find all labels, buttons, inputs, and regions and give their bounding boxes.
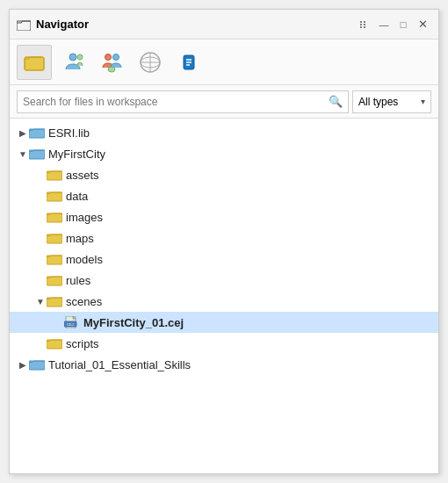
svg-point-1 <box>360 21 362 23</box>
folder-icon <box>29 148 45 160</box>
svg-point-6 <box>364 26 365 28</box>
tree-item-myfirstcity[interactable]: ▼ MyFirstCity <box>10 143 438 164</box>
cej-file-icon: CEJ <box>64 316 80 328</box>
toolbar-portal-group[interactable] <box>94 45 129 80</box>
item-label: MyFirstCity_01.cej <box>83 316 184 329</box>
tree-item-maps[interactable]: ▶ maps <box>10 227 438 249</box>
item-label: MyFirstCity <box>48 148 105 161</box>
chevron-icon: ▼ <box>34 297 47 306</box>
tree-item-scripts[interactable]: ▶ scripts <box>10 333 438 354</box>
folder-icon <box>29 358 45 371</box>
svg-point-11 <box>105 54 112 60</box>
tree-item-tutorial01[interactable]: ▶ Tutorial_01_Essential_Skills <box>10 354 438 375</box>
toolbar-online-service[interactable] <box>171 45 206 80</box>
item-label: rules <box>66 274 90 287</box>
svg-point-2 <box>360 24 362 25</box>
item-label: Tutorial_01_Essential_Skills <box>48 358 191 371</box>
tree-item-scenes[interactable]: ▼ scenes <box>10 291 438 312</box>
svg-point-9 <box>69 54 76 61</box>
toolbar-local-folder[interactable] <box>17 45 52 80</box>
svg-point-5 <box>364 24 365 25</box>
item-label: assets <box>66 169 99 182</box>
tree-item-myfirstcity-cej[interactable]: ▶ CEJ MyFirstCity_01.cej <box>10 312 438 333</box>
file-tree: ▶ ESRI.lib ▼ MyFirstCity ▶ assets ▶ <box>10 119 438 473</box>
item-label: data <box>66 190 88 203</box>
folder-icon <box>47 169 62 181</box>
svg-point-4 <box>364 21 365 23</box>
svg-point-13 <box>108 67 115 72</box>
item-label: ESRI.lib <box>48 126 90 140</box>
chevron-icon: ▼ <box>17 149 29 159</box>
search-wrap[interactable]: 🔍 <box>17 90 349 113</box>
search-icon: 🔍 <box>329 95 343 108</box>
tree-item-data[interactable]: ▶ data <box>10 185 438 206</box>
folder-icon <box>47 274 62 286</box>
item-label: images <box>66 211 103 224</box>
type-filter-dropdown[interactable]: All types ▾ <box>352 90 431 113</box>
filter-label: All types <box>358 96 417 108</box>
close-button[interactable]: ✕ <box>415 16 431 32</box>
folder-icon <box>47 190 62 202</box>
item-label: scenes <box>66 295 102 308</box>
tree-item-assets[interactable]: ▶ assets <box>10 164 438 185</box>
search-bar: 🔍 All types ▾ <box>10 85 438 119</box>
chevron-icon: ▶ <box>17 128 29 138</box>
item-label: scripts <box>66 337 99 350</box>
folder-icon <box>47 253 62 265</box>
search-input[interactable] <box>23 96 325 108</box>
svg-point-10 <box>77 54 83 60</box>
panel-title: Navigator <box>36 18 351 31</box>
svg-point-12 <box>113 54 119 60</box>
filter-arrow-icon: ▾ <box>421 97 425 106</box>
title-bar: Navigator — □ ✕ <box>10 10 438 40</box>
maximize-button[interactable]: □ <box>395 17 411 32</box>
item-label: maps <box>66 232 94 245</box>
extra-icon[interactable] <box>357 17 372 32</box>
chevron-icon: ▶ <box>17 360 29 370</box>
panel-icon <box>17 18 31 32</box>
folder-icon <box>47 337 62 350</box>
tree-item-rules[interactable]: ▶ rules <box>10 270 438 291</box>
tree-item-models[interactable]: ▶ models <box>10 249 438 270</box>
toolbar-portal-user[interactable] <box>55 45 90 80</box>
tree-item-esri-lib[interactable]: ▶ ESRI.lib <box>10 122 438 143</box>
navigator-panel: Navigator — □ ✕ <box>9 9 439 474</box>
folder-icon <box>47 211 62 223</box>
minimize-button[interactable]: — <box>376 17 392 32</box>
folder-icon <box>29 126 45 139</box>
tree-item-images[interactable]: ▶ images <box>10 206 438 227</box>
title-controls: — □ ✕ <box>357 16 431 32</box>
folder-icon <box>47 232 62 244</box>
folder-icon <box>47 295 62 307</box>
item-label: models <box>66 253 103 266</box>
toolbar-portal-org[interactable] <box>133 45 168 80</box>
toolbar <box>10 40 438 85</box>
svg-point-3 <box>360 26 362 28</box>
svg-text:CEJ: CEJ <box>67 322 74 327</box>
